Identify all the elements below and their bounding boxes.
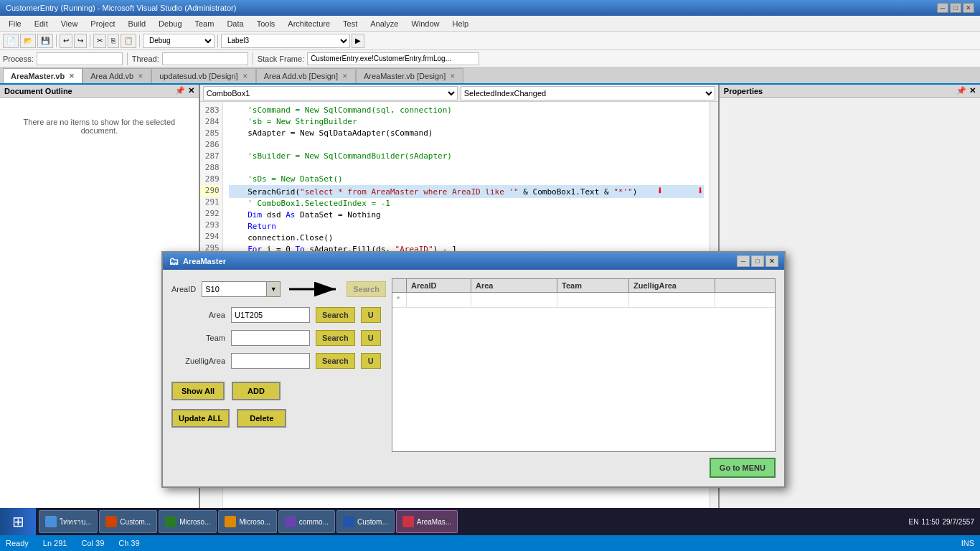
taskbar-item-2[interactable]: Microsо... xyxy=(159,510,217,533)
grid-col-zuellig: ZuelligArea xyxy=(629,279,715,292)
save-button[interactable]: 💾 xyxy=(37,34,53,48)
update-all-button[interactable]: Update ALL xyxy=(171,409,230,428)
properties-pin[interactable]: 📌 xyxy=(956,86,966,95)
close-button[interactable]: ✕ xyxy=(963,3,974,13)
start-button[interactable]: ⊞ xyxy=(0,508,36,535)
area-input[interactable] xyxy=(231,307,310,323)
class-selector[interactable]: ComboBox1 xyxy=(203,86,458,100)
redo-button[interactable]: ↪ xyxy=(74,34,87,48)
menu-data[interactable]: Data xyxy=(221,18,249,29)
menu-edit[interactable]: Edit xyxy=(29,18,54,29)
run-button[interactable]: ▶ xyxy=(352,34,364,48)
taskbar-item-1[interactable]: Custom... xyxy=(99,510,157,533)
taskbar-item-0[interactable]: ใท่ทราบ... xyxy=(39,510,98,533)
menu-help[interactable]: Help xyxy=(447,18,475,29)
label-dropdown[interactable]: Label3 xyxy=(221,34,350,48)
dialog-title: AreaMaster xyxy=(183,257,226,265)
doc-outline-message1: There are no items to show for the selec… xyxy=(24,118,176,126)
taskbar-icon-3 xyxy=(225,516,236,527)
tab-close-area-add-vb[interactable]: ✕ xyxy=(138,72,143,80)
properties-close[interactable]: ✕ xyxy=(969,86,976,95)
menu-build[interactable]: Build xyxy=(123,18,151,29)
dialog-close[interactable]: ✕ xyxy=(765,255,778,267)
stack-frame-input[interactable] xyxy=(307,52,479,65)
status-ln: Ln 291 xyxy=(43,539,67,547)
tab-close-areamaster-vb[interactable]: ✕ xyxy=(69,72,75,80)
grid-row-marker: * xyxy=(392,293,407,307)
menu-tools[interactable]: Tools xyxy=(251,18,281,29)
code-line-293: Return xyxy=(229,221,704,232)
grid-col-areaid: AreaID xyxy=(407,279,471,292)
cut-button[interactable]: ✂ xyxy=(93,34,106,48)
code-line-290: SerachGrid("select * from AreaMaster whe… xyxy=(229,185,704,198)
area-id-row: AreaID ▼ Search xyxy=(171,278,383,300)
taskbar-items: ใท่ทราบ... Custom... Microsо... Microsо.… xyxy=(36,510,903,533)
tab-areamaster-design[interactable]: AreaMaster.vb [Design] ✕ xyxy=(356,68,463,83)
maximize-button[interactable]: □ xyxy=(950,3,961,13)
grid-new-row[interactable]: * xyxy=(392,293,775,308)
tab-area-add-design[interactable]: Area Add.vb [Design] ✕ xyxy=(256,68,356,83)
add-button[interactable]: ADD xyxy=(232,382,281,400)
grid-cell-zuellig[interactable] xyxy=(629,293,715,307)
new-button[interactable]: 📄 xyxy=(3,34,19,48)
area-id-input[interactable] xyxy=(202,281,266,297)
thread-input[interactable] xyxy=(162,52,248,65)
grid-cell-team[interactable] xyxy=(557,293,629,307)
area-u-button[interactable]: U xyxy=(361,307,381,323)
tab-close-updatesud[interactable]: ✕ xyxy=(242,72,248,80)
method-selector[interactable]: SelectedIndexChanged xyxy=(461,86,715,100)
go-to-menu-button[interactable]: Go to MENU xyxy=(710,458,776,478)
zuellig-u-button[interactable]: U xyxy=(361,353,381,369)
delete-button[interactable]: Delete xyxy=(237,409,286,428)
menu-analyze[interactable]: Analyze xyxy=(364,18,404,29)
menu-project[interactable]: Project xyxy=(85,18,121,29)
minimize-button[interactable]: ─ xyxy=(937,3,948,13)
grid-cell-areaid[interactable] xyxy=(407,293,471,307)
dialog-minimize[interactable]: ─ xyxy=(737,255,750,267)
area-id-dropdown-arrow[interactable]: ▼ xyxy=(266,281,281,297)
area-search-button[interactable]: Search xyxy=(316,307,355,323)
menu-architecture[interactable]: Architecture xyxy=(282,18,336,29)
undo-button[interactable]: ↩ xyxy=(60,34,72,48)
taskbar-icon-1 xyxy=(105,516,117,527)
menu-team[interactable]: Team xyxy=(189,18,220,29)
team-input[interactable] xyxy=(231,330,310,346)
taskbar-item-6[interactable]: AreaMas... xyxy=(396,510,458,533)
team-search-button[interactable]: Search xyxy=(316,330,355,346)
grid-cell-area[interactable] xyxy=(471,293,557,307)
menu-file[interactable]: File xyxy=(3,18,27,29)
dialog-maximize[interactable]: □ xyxy=(751,255,764,267)
tab-close-area-add-design[interactable]: ✕ xyxy=(342,72,348,80)
team-u-button[interactable]: U xyxy=(361,330,381,346)
zuellig-label: ZuelligArea xyxy=(171,357,225,365)
tab-close-areamaster-design[interactable]: ✕ xyxy=(450,72,456,80)
taskbar-icon-2 xyxy=(165,516,176,527)
doc-outline-close[interactable]: ✕ xyxy=(188,86,194,95)
dialog-grid-area: AreaID Area Team ZuelligArea * Go to MEN… xyxy=(392,278,776,478)
taskbar-item-5[interactable]: Custom... xyxy=(336,510,395,533)
menu-test[interactable]: Test xyxy=(337,18,363,29)
menu-debug[interactable]: Debug xyxy=(153,18,187,29)
zuellig-search-button[interactable]: Search xyxy=(316,353,355,369)
doc-outline-pin[interactable]: 📌 xyxy=(175,86,185,95)
taskbar-label-5: Custom... xyxy=(357,518,388,526)
taskbar-label-6: AreaMas... xyxy=(417,518,451,526)
taskbar-icon-4 xyxy=(285,516,296,527)
menu-window[interactable]: Window xyxy=(405,18,445,29)
paste-button[interactable]: 📋 xyxy=(121,34,136,48)
show-all-button[interactable]: Show All xyxy=(171,382,225,400)
tab-area-add-vb[interactable]: Area Add.vb ✕ xyxy=(83,68,151,83)
copy-button[interactable]: ⎘ xyxy=(108,34,119,48)
tab-areamaster-vb[interactable]: AreaMaster.vb ✕ xyxy=(3,68,83,83)
area-id-search-button[interactable]: Search xyxy=(347,281,386,297)
debug-config-dropdown[interactable]: Debug xyxy=(143,34,215,48)
code-line-284: 'sb = New StringBuilder xyxy=(229,116,704,128)
zuellig-input[interactable] xyxy=(231,353,310,369)
code-line-292: Dim dsd As DataSet = Nothing xyxy=(229,209,704,221)
taskbar-item-3[interactable]: Microsо... xyxy=(218,510,276,533)
process-input[interactable] xyxy=(37,52,123,65)
menu-view[interactable]: View xyxy=(55,18,84,29)
tab-updatesud-design[interactable]: updatesud.vb [Design] ✕ xyxy=(151,68,255,83)
open-button[interactable]: 📂 xyxy=(20,34,36,48)
taskbar-item-4[interactable]: commo... xyxy=(278,510,335,533)
